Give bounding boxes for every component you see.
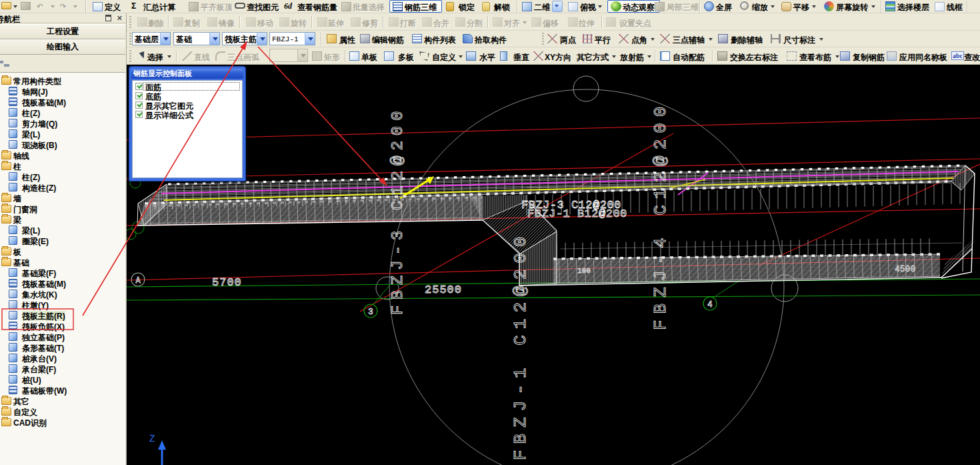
svg-text:FBZJ-4 C12@200: FBZJ-4 C12@200 bbox=[651, 101, 671, 330]
svg-text:5700: 5700 bbox=[212, 276, 242, 289]
svg-text:4500: 4500 bbox=[895, 264, 915, 274]
svg-text:25500: 25500 bbox=[425, 284, 462, 296]
svg-text:100: 100 bbox=[577, 267, 591, 275]
svg-text:Z: Z bbox=[149, 434, 155, 444]
svg-text:3: 3 bbox=[368, 307, 373, 317]
svg-text:FBZJ-1 B12@200: FBZJ-1 B12@200 bbox=[527, 207, 627, 220]
svg-text:FBZJ-1 C12@200: FBZJ-1 C12@200 bbox=[511, 231, 531, 460]
svg-text:FBZJ-3 C12@200: FBZJ-3 C12@200 bbox=[389, 105, 407, 315]
svg-text:A: A bbox=[135, 276, 141, 286]
svg-text:4: 4 bbox=[707, 300, 713, 310]
